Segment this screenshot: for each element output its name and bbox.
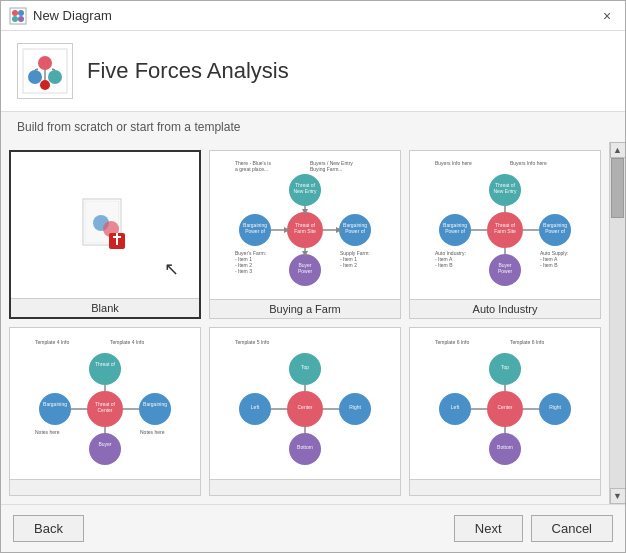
svg-point-81 [139,393,171,425]
svg-line-12 [52,69,55,70]
svg-text:Power of: Power of [345,228,365,234]
footer: Back Next Cancel [1,504,625,552]
svg-text:Bottom: Bottom [497,444,513,450]
template4-preview: Template 4 Info Template 4 Info Threa [10,328,200,479]
svg-text:Threat of: Threat of [95,361,116,367]
svg-text:Right: Right [549,404,561,410]
svg-text:Template 6 Info: Template 6 Info [510,339,544,345]
scrollbar[interactable]: ▲ ▼ [609,142,625,504]
next-button[interactable]: Next [454,515,523,542]
template4-label [10,479,200,495]
header: Five Forces Analysis [1,31,625,112]
svg-text:- Item 2: - Item 2 [340,262,357,268]
svg-text:Power of: Power of [545,228,565,234]
blank-icon [75,195,135,255]
template-buying-farm[interactable]: There - Blue's is a great place... Buyer… [209,150,401,319]
svg-text:Bargaining: Bargaining [43,401,67,407]
template-grid-area: ↖ Blank There - Blue's is a great place.… [1,142,609,504]
svg-text:Power: Power [298,268,313,274]
scroll-down-button[interactable]: ▼ [610,488,626,504]
scroll-up-button[interactable]: ▲ [610,142,626,158]
svg-text:Left: Left [451,404,460,410]
template6-preview: Template 6 Info Template 6 Info Cente [410,328,600,479]
svg-point-80 [39,393,71,425]
header-title: Five Forces Analysis [87,58,289,84]
template-blank[interactable]: ↖ Blank [9,150,201,319]
template-5[interactable]: Template 5 Info Center Left [209,327,401,496]
svg-line-11 [35,69,38,70]
svg-point-8 [48,70,62,84]
svg-text:Template 4 Info: Template 4 Info [110,339,144,345]
svg-text:- Item 3: - Item 3 [235,268,252,274]
svg-text:- Item B: - Item B [435,262,453,268]
svg-point-2 [18,10,24,16]
template-grid: ↖ Blank There - Blue's is a great place.… [9,150,601,496]
svg-point-9 [40,80,50,90]
svg-point-6 [38,56,52,70]
template-4[interactable]: Template 4 Info Template 4 Info Threa [9,327,201,496]
title-bar: New Diagram × [1,1,625,31]
cursor-icon: ↖ [164,258,179,280]
blank-label: Blank [11,298,199,317]
svg-point-1 [12,10,18,16]
svg-text:New Entry: New Entry [293,188,317,194]
subtitle: Build from scratch or start from a templ… [1,112,625,142]
svg-text:Right: Right [349,404,361,410]
svg-text:Notes here: Notes here [140,429,165,435]
back-button[interactable]: Back [13,515,84,542]
svg-text:Template 4 Info: Template 4 Info [35,339,69,345]
template5-label [210,479,400,495]
svg-text:Bottom: Bottom [297,444,313,450]
svg-point-4 [18,16,24,22]
template5-preview: Template 5 Info Center Left [210,328,400,479]
cancel-button[interactable]: Cancel [531,515,613,542]
svg-text:Template 5 Info: Template 5 Info [235,339,269,345]
svg-text:Center: Center [497,404,512,410]
svg-text:Center: Center [297,404,312,410]
svg-text:Top: Top [301,364,309,370]
svg-text:Template 6 Info: Template 6 Info [435,339,469,345]
svg-text:Buying Farm...: Buying Farm... [310,166,343,172]
content: ↖ Blank There - Blue's is a great place.… [1,142,625,504]
svg-point-82 [89,353,121,385]
dialog: New Diagram × Five Forces Analysis Build… [0,0,626,553]
svg-text:a great place...: a great place... [235,166,268,172]
svg-text:Buyer: Buyer [98,441,111,447]
template-auto-industry[interactable]: Buyers Info here Buyers Info here Threat… [409,150,601,319]
scrollbar-track [610,158,625,488]
buying-farm-preview: There - Blue's is a great place... Buyer… [210,151,400,299]
scrollbar-thumb[interactable] [611,158,624,218]
svg-point-83 [89,433,121,465]
svg-text:Left: Left [251,404,260,410]
svg-text:Farm Site: Farm Site [494,228,516,234]
svg-text:Center: Center [97,407,112,413]
header-icon [17,43,73,99]
auto-industry-preview: Buyers Info here Buyers Info here Threat… [410,151,600,299]
svg-point-7 [28,70,42,84]
svg-text:New Entry: New Entry [493,188,517,194]
svg-text:Buyers Info here: Buyers Info here [510,160,547,166]
svg-text:Top: Top [501,364,509,370]
svg-point-3 [12,16,18,22]
svg-text:Power: Power [498,268,513,274]
title-bar-text: New Diagram [33,8,597,23]
template6-label [410,479,600,495]
close-button[interactable]: × [597,6,617,26]
svg-rect-0 [10,8,26,24]
svg-text:Notes here: Notes here [35,429,60,435]
template-6[interactable]: Template 6 Info Template 6 Info Cente [409,327,601,496]
svg-text:Power of: Power of [445,228,465,234]
blank-preview: ↖ [11,152,199,298]
title-bar-icon [9,7,27,25]
svg-text:- Item B: - Item B [540,262,558,268]
svg-text:Bargaining: Bargaining [143,401,167,407]
svg-text:Farm Site: Farm Site [294,228,316,234]
svg-text:Buyers Info here: Buyers Info here [435,160,472,166]
svg-text:Power of: Power of [245,228,265,234]
buying-farm-label: Buying a Farm [210,299,400,318]
auto-industry-label: Auto Industry [410,299,600,318]
